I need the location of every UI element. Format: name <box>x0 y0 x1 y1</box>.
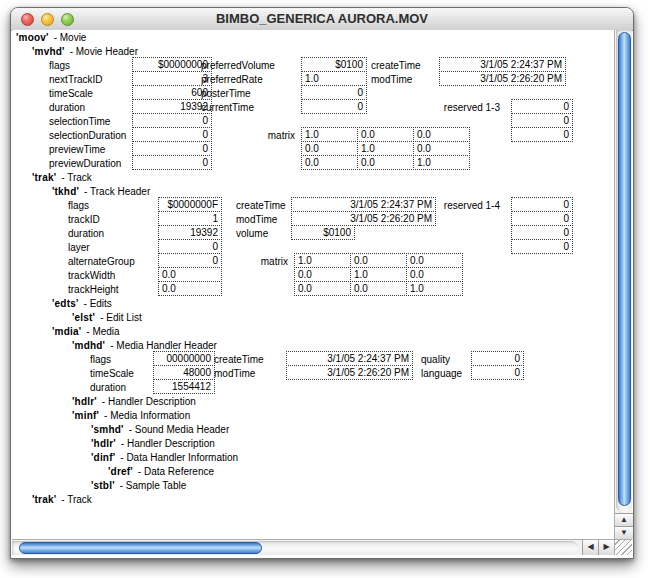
mdhd-language-value[interactable]: 0 <box>471 365 524 380</box>
horizontal-scrollbar-track[interactable] <box>12 541 578 555</box>
atom-name: 'hdlr' <box>72 396 97 407</box>
tkhd-layer-value[interactable]: 0 <box>158 239 222 254</box>
atom-viewer-window: BIMBO_GENERICA AURORA.MOV 'moov'- Movie … <box>10 7 634 559</box>
scroll-down-button[interactable]: ▼ <box>615 526 633 539</box>
mdhd-quality-value[interactable]: 0 <box>471 351 524 366</box>
mvhd-matrix-cell[interactable]: 1.0 <box>413 155 470 170</box>
atom-row-smhd: 'smhd'- Sound Media Header <box>91 423 229 436</box>
tkhd-matrix-cell[interactable]: 0.0 <box>350 253 407 268</box>
tkhd-reserved-1-value[interactable]: 0 <box>511 197 573 212</box>
tkhd-duration-value[interactable]: 19392 <box>158 225 222 240</box>
tkhd-matrix-cell[interactable]: 1.0 <box>294 253 351 268</box>
mvhd-preferredrate-label: preferredRate <box>201 73 263 86</box>
mvhd-previewtime-value[interactable]: 0 <box>132 141 212 156</box>
tkhd-duration-label: duration <box>68 227 104 240</box>
vertical-scrollbar[interactable]: ▲ ▼ <box>614 30 632 539</box>
mvhd-selectionduration-value[interactable]: 0 <box>132 127 212 142</box>
tkhd-trackwidth-value[interactable]: 0.0 <box>158 267 222 282</box>
mvhd-matrix-cell[interactable]: 0.0 <box>301 155 358 170</box>
mvhd-currenttime-label: currentTime <box>201 101 254 114</box>
mvhd-preferredvolume-value[interactable]: $0100 <box>301 57 367 72</box>
mdhd-createtime-value[interactable]: 3/1/05 2:24:37 PM <box>286 351 413 366</box>
tkhd-matrix-cell[interactable]: 0.0 <box>294 267 351 282</box>
mvhd-matrix-label: matrix <box>212 129 295 142</box>
mvhd-previewduration-label: previewDuration <box>49 157 121 170</box>
tkhd-matrix-cell[interactable]: 1.0 <box>406 281 463 296</box>
atom-name: 'hdlr' <box>91 438 116 449</box>
mdhd-modtime-value[interactable]: 3/1/05 2:26:20 PM <box>286 365 413 380</box>
resize-grip[interactable] <box>614 539 632 555</box>
mvhd-previewduration-value[interactable]: 0 <box>132 155 212 170</box>
mvhd-createtime-label: createTime <box>371 59 421 72</box>
horizontal-scrollbar[interactable]: ◀ ▶ <box>12 539 614 555</box>
tkhd-reserved-3-value[interactable]: 0 <box>511 225 573 240</box>
tkhd-trackid-value[interactable]: 1 <box>158 211 222 226</box>
tkhd-matrix-cell[interactable]: 0.0 <box>406 253 463 268</box>
mvhd-reserved-3-value[interactable]: 0 <box>511 127 573 142</box>
mdhd-createtime-label: createTime <box>214 353 264 366</box>
mvhd-matrix-cell[interactable]: 1.0 <box>357 141 414 156</box>
tkhd-matrix-cell[interactable]: 0.0 <box>406 267 463 282</box>
scroll-right-button[interactable]: ▶ <box>598 540 614 555</box>
mvhd-reserved-1-value[interactable]: 0 <box>511 99 573 114</box>
atom-row-hdlr-2: 'hdlr'- Handler Description <box>91 437 215 450</box>
mvhd-matrix-cell[interactable]: 0.0 <box>413 127 470 142</box>
tkhd-volume-value[interactable]: $0100 <box>291 225 355 240</box>
tkhd-flags-value[interactable]: $0000000F <box>158 197 222 212</box>
vertical-scrollbar-track[interactable] <box>616 30 632 513</box>
mvhd-nexttrackid-value[interactable]: 3 <box>132 71 212 86</box>
atom-row-mvhd: 'mvhd'- Movie Header <box>32 45 138 58</box>
atom-name: 'tkhd' <box>52 186 79 197</box>
tkhd-matrix-cell[interactable]: 0.0 <box>350 281 407 296</box>
tkhd-reserved-4-value[interactable]: 0 <box>511 239 573 254</box>
mvhd-createtime-value[interactable]: 3/1/05 2:24:37 PM <box>439 57 566 72</box>
scroll-up-button[interactable]: ▲ <box>615 513 633 526</box>
mvhd-selectiontime-value[interactable]: 0 <box>132 113 212 128</box>
horizontal-scrollbar-thumb[interactable] <box>19 542 262 554</box>
tkhd-trackheight-label: trackHeight <box>68 283 119 296</box>
mvhd-selectiontime-label: selectionTime <box>49 115 110 128</box>
atom-name: 'trak' <box>32 494 56 505</box>
tkhd-matrix-cell[interactable]: 1.0 <box>350 267 407 282</box>
mvhd-preferredrate-value[interactable]: 1.0 <box>301 71 367 86</box>
desktop: BIMBO_GENERICA AURORA.MOV 'moov'- Movie … <box>0 0 650 578</box>
atom-desc: - Handler Description <box>102 396 196 407</box>
mvhd-matrix-cell[interactable]: 1.0 <box>301 127 358 142</box>
mvhd-matrix-cell[interactable]: 0.0 <box>301 141 358 156</box>
scroll-left-button[interactable]: ◀ <box>582 540 598 555</box>
atom-row-trak-2: 'trak'- Track <box>32 493 92 506</box>
mvhd-duration-value[interactable]: 19392 <box>132 99 212 114</box>
tkhd-volume-label: volume <box>236 227 268 240</box>
mvhd-postertime-value[interactable]: 0 <box>301 85 367 100</box>
mvhd-matrix-cell[interactable]: 0.0 <box>357 155 414 170</box>
atom-row-minf: 'minf'- Media Information <box>72 409 190 422</box>
tkhd-reserved-label: reserved 1-4 <box>392 199 500 212</box>
mdhd-flags-value[interactable]: 00000000 <box>153 351 215 366</box>
atom-name: 'moov' <box>16 32 49 43</box>
atom-name: 'stbl' <box>91 480 115 491</box>
mdhd-duration-label: duration <box>90 381 126 394</box>
mvhd-matrix-cell[interactable]: 0.0 <box>413 141 470 156</box>
tkhd-reserved-2-value[interactable]: 0 <box>511 211 573 226</box>
mvhd-timescale-value[interactable]: 600 <box>132 85 212 100</box>
tkhd-modtime-value[interactable]: 3/1/05 2:26:20 PM <box>291 211 436 226</box>
down-arrow-icon: ▼ <box>620 528 628 537</box>
mdhd-timescale-value[interactable]: 48000 <box>153 365 215 380</box>
titlebar[interactable]: BIMBO_GENERICA AURORA.MOV <box>11 8 633 31</box>
mvhd-flags-value[interactable]: $00000000 <box>132 57 212 72</box>
atom-row-elst: 'elst'- Edit List <box>72 311 142 324</box>
tkhd-trackid-label: trackID <box>68 213 100 226</box>
tkhd-trackheight-value[interactable]: 0.0 <box>158 281 222 296</box>
mvhd-timescale-label: timeScale <box>49 87 93 100</box>
mdhd-duration-value[interactable]: 1554412 <box>153 379 215 394</box>
tkhd-matrix-cell[interactable]: 0.0 <box>294 281 351 296</box>
atom-desc: - Movie Header <box>70 46 138 57</box>
tkhd-createtime-label: createTime <box>236 199 286 212</box>
vertical-scrollbar-thumb[interactable] <box>618 32 631 506</box>
mvhd-currenttime-value[interactable]: 0 <box>301 99 367 114</box>
mvhd-matrix-cell[interactable]: 0.0 <box>357 127 414 142</box>
mvhd-reserved-2-value[interactable]: 0 <box>511 113 573 128</box>
mvhd-modtime-value[interactable]: 3/1/05 2:26:20 PM <box>439 71 566 86</box>
atom-row-mdia: 'mdia'- Media <box>52 325 120 338</box>
atom-row-hdlr: 'hdlr'- Handler Description <box>72 395 196 408</box>
